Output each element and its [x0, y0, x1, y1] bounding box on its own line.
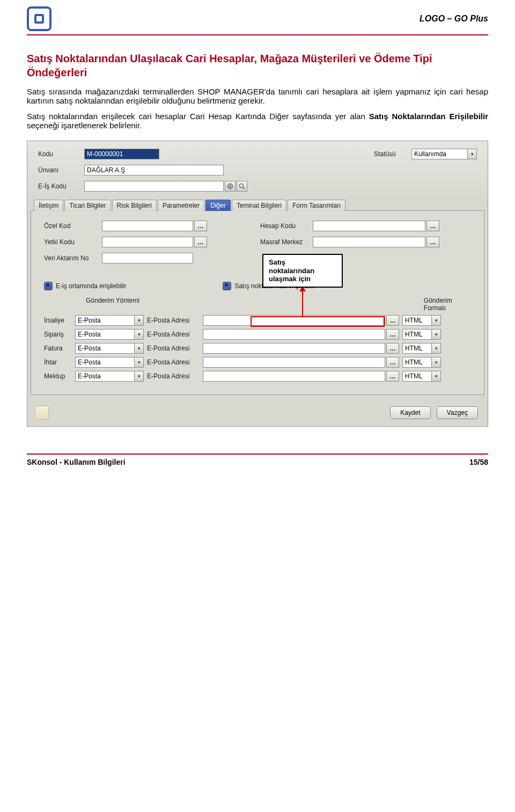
doc-p2-c: seçeneği işaretlenerek belirlenir.	[27, 121, 142, 130]
input-masraf-merkez[interactable]	[313, 237, 425, 247]
label-unvani: Ünvanı	[38, 166, 84, 174]
combo-format[interactable]: HTML▾	[402, 371, 441, 382]
input-eposta-adresi[interactable]	[203, 357, 385, 368]
page-footer: SKonsol - Kullanım Bilgileri 15/58	[27, 453, 488, 466]
form-header-area: Kodu M-00000001 Statüsü Kullanımda ▾ Ünv…	[27, 141, 488, 199]
lookup-hesap-kodu[interactable]: …	[426, 221, 439, 231]
tab-parametreler[interactable]: Parametreler	[158, 200, 204, 211]
checkbox-icon	[223, 282, 231, 290]
grid-row-ihtar: İhtar E-Posta▾ E-Posta Adresi … HTML▾	[44, 357, 471, 368]
input-eposta-adresi[interactable]	[203, 371, 385, 382]
footer-page-number: 15/58	[469, 458, 488, 466]
combo-method[interactable]: E-Posta▾	[75, 371, 144, 382]
tab-risk-bilgileri[interactable]: Risk Bilgileri	[112, 200, 157, 211]
grid-row-fatura: Fatura E-Posta▾ E-Posta Adresi … HTML▾	[44, 343, 471, 354]
lookup-eposta[interactable]: …	[386, 371, 399, 382]
note-icon[interactable]	[35, 406, 49, 420]
input-veri-aktarim-no[interactable]	[102, 253, 193, 264]
tab-iletisim[interactable]: İletişim	[34, 200, 63, 211]
input-yetki-kodu[interactable]	[102, 237, 193, 247]
annotation-arrow	[302, 287, 303, 317]
search-icon[interactable]	[237, 181, 247, 192]
checkbox-eis-erisilebilir[interactable]: E-iş ortamında erişilebilir	[44, 282, 126, 290]
lookup-eposta[interactable]: …	[386, 343, 399, 354]
input-ozel-kod[interactable]	[102, 221, 193, 231]
chevron-down-icon[interactable]: ▾	[431, 357, 441, 368]
tab-body-diger: Özel Kod … Yetki Kodu … Veri Aktarım No	[31, 210, 484, 395]
combo-format[interactable]: HTML▾	[402, 357, 441, 368]
label-eposta-adresi: E-Posta Adresi	[147, 317, 203, 324]
combo-format[interactable]: HTML▾	[402, 315, 441, 326]
combo-method[interactable]: E-Posta▾	[75, 357, 144, 368]
header-gonderim-formati: Gönderim Formatı	[424, 297, 471, 312]
brand-label: LOGO – GO Plus	[420, 14, 488, 24]
chevron-down-icon[interactable]: ▾	[431, 343, 441, 354]
combo-statusu-value[interactable]: Kullanımda	[411, 149, 467, 159]
label-veri-aktarim-no: Veri Aktarım No	[44, 254, 102, 262]
lookup-eposta[interactable]: …	[386, 357, 399, 368]
tab-bar: İletişim Ticari Bilgiler Risk Bilgileri …	[27, 200, 488, 211]
row-label: Fatura	[44, 345, 75, 352]
grid-row-siparis: Sipariş E-Posta▾ E-Posta Adresi … HTML▾	[44, 329, 471, 340]
input-eposta-adresi[interactable]	[203, 329, 385, 340]
combo-format[interactable]: HTML▾	[402, 329, 441, 340]
label-hesap-kodu: Hesap Kodu	[260, 222, 313, 230]
tab-diger[interactable]: Diğer	[205, 200, 231, 211]
callout-line3: ulaşmak için	[269, 275, 336, 283]
label-eiskodu: E-İş Kodu	[38, 182, 84, 190]
check-label-1: E-iş ortamında erişilebilir	[56, 282, 126, 290]
svg-line-5	[243, 187, 245, 189]
doc-paragraph-2: Satış noktalarından erişilecek cari hesa…	[27, 112, 488, 130]
grid-header: Gönderim Yöntemi Gönderim Formatı	[44, 297, 471, 312]
row-label: Sipariş	[44, 331, 75, 338]
label-eposta-adresi: E-Posta Adresi	[147, 331, 203, 338]
chevron-down-icon[interactable]: ▾	[431, 329, 441, 340]
input-unvani[interactable]: DAĞLAR A.Ş	[84, 165, 224, 175]
combo-format[interactable]: HTML▾	[402, 343, 441, 354]
input-kodu[interactable]: M-00000001	[84, 149, 159, 159]
input-eposta-adresi[interactable]	[203, 343, 385, 354]
row-label: İhtar	[44, 359, 75, 366]
tab-ticari-bilgiler[interactable]: Ticari Bilgiler	[64, 200, 111, 211]
label-eposta-adresi: E-Posta Adresi	[147, 345, 203, 352]
globe-icon[interactable]	[225, 181, 236, 192]
chevron-down-icon[interactable]: ▾	[134, 357, 144, 368]
lookup-masraf-merkez[interactable]: …	[426, 237, 439, 247]
combo-statusu[interactable]: Kullanımda ▾	[411, 149, 477, 159]
doc-title: Satış Noktalarından Ulaşılacak Cari Hesa…	[27, 52, 488, 79]
cancel-button[interactable]: Vazgeç	[437, 406, 478, 419]
lookup-eposta[interactable]: …	[386, 329, 399, 340]
label-ozel-kod: Özel Kod	[44, 222, 102, 230]
grid-row-mektup: Mektup E-Posta▾ E-Posta Adresi … HTML▾	[44, 371, 471, 382]
combo-method[interactable]: E-Posta▾	[75, 315, 144, 326]
chevron-down-icon[interactable]: ▾	[134, 371, 144, 382]
tab-teminat-bilgileri[interactable]: Teminat Bilgileri	[232, 200, 286, 211]
input-eiskodu[interactable]	[84, 181, 224, 192]
chevron-down-icon[interactable]: ▾	[431, 371, 441, 382]
chevron-down-icon[interactable]: ▾	[134, 329, 144, 340]
combo-method[interactable]: E-Posta▾	[75, 343, 144, 354]
input-hesap-kodu[interactable]	[313, 221, 425, 231]
chevron-down-icon[interactable]: ▾	[134, 315, 144, 326]
row-label: Mektup	[44, 372, 75, 380]
save-button[interactable]: Kaydet	[390, 406, 430, 419]
callout-line1: Satış	[269, 258, 336, 267]
annotation-highlight-box	[251, 316, 385, 327]
tab-form-tasarimlari[interactable]: Form Tasarımları	[288, 200, 345, 211]
lookup-yetki-kodu[interactable]: …	[194, 237, 207, 247]
chevron-down-icon[interactable]: ▾	[467, 149, 477, 159]
chevron-down-icon[interactable]: ▾	[431, 315, 441, 326]
label-eposta-adresi: E-Posta Adresi	[147, 359, 203, 366]
combo-method[interactable]: E-Posta▾	[75, 329, 144, 340]
lookup-eposta[interactable]: …	[386, 315, 399, 326]
dialog-footer: Kaydet Vazgeç	[27, 398, 488, 426]
callout-line2: noktalarından	[269, 267, 336, 275]
logo-icon	[27, 6, 52, 31]
footer-left: SKonsol - Kullanım Bilgileri	[27, 458, 469, 466]
lookup-ozel-kod[interactable]: …	[194, 221, 207, 231]
label-masraf-merkez: Masraf Merkez	[260, 238, 313, 246]
page-header: LOGO – GO Plus	[27, 0, 488, 35]
doc-p2-b: Satış Noktalarından Erişilebilir	[369, 112, 488, 121]
chevron-down-icon[interactable]: ▾	[134, 343, 144, 354]
doc-p2-a: Satış noktalarından erişilecek cari hesa…	[27, 112, 369, 121]
